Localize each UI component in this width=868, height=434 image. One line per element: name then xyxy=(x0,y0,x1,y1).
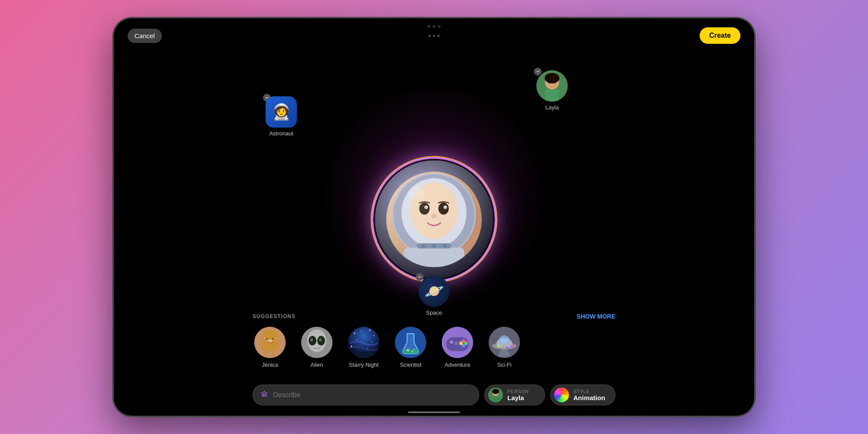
svg-point-37 xyxy=(374,335,375,336)
svg-point-24 xyxy=(266,338,268,340)
svg-point-61 xyxy=(497,345,500,348)
central-preview xyxy=(373,159,495,280)
style-chip-value: Animation xyxy=(573,394,605,401)
app-screen: Cancel Create xyxy=(114,18,754,416)
dot-3 xyxy=(437,35,440,37)
scientist-svg xyxy=(395,327,426,358)
astronaut-label: Astronaut xyxy=(269,130,293,137)
suggestions-row: Jenica xyxy=(253,327,615,368)
svg-point-20 xyxy=(554,82,556,84)
svg-point-45 xyxy=(407,349,409,352)
svg-point-36 xyxy=(369,330,371,331)
home-indicator xyxy=(408,411,460,413)
space-icon: 🪐 xyxy=(418,276,450,307)
person-chip-avatar-svg xyxy=(488,388,503,402)
svg-point-47 xyxy=(414,349,415,350)
jenica-label: Jenica xyxy=(262,362,278,368)
scientist-icon xyxy=(395,327,426,358)
suggestion-starry-night[interactable]: Starry Night xyxy=(346,327,381,368)
suggestion-scientist[interactable]: Scientist xyxy=(393,327,428,368)
svg-rect-51 xyxy=(451,340,453,344)
starry-night-icon xyxy=(348,327,379,358)
svg-point-41 xyxy=(367,348,368,349)
alien-avatar-svg xyxy=(301,327,332,358)
jenica-icon xyxy=(254,327,286,358)
scientist-label: Scientist xyxy=(400,362,421,368)
svg-point-69 xyxy=(492,389,499,394)
layla-label: Layla xyxy=(545,104,559,111)
adventure-icon xyxy=(442,327,473,358)
alien-icon xyxy=(301,327,332,358)
show-more-button[interactable]: SHOW MORE xyxy=(577,313,615,320)
describe-icon xyxy=(260,390,269,400)
style-chip-category: STYLE xyxy=(573,389,605,394)
top-bar: Cancel Create xyxy=(114,18,754,53)
svg-point-35 xyxy=(361,331,362,332)
adventure-svg xyxy=(442,327,473,358)
svg-rect-18 xyxy=(545,89,559,102)
dot-2 xyxy=(433,35,435,37)
suggestions-header: SUGGESTIONS SHOW MORE xyxy=(253,313,615,320)
floating-layla[interactable]: − xyxy=(536,70,568,111)
scifi-label: Sci-Fi xyxy=(497,362,511,368)
person-chip-avatar xyxy=(488,388,503,402)
floating-astronaut[interactable]: − 🧑‍🚀 Astronaut xyxy=(266,96,297,137)
svg-point-60 xyxy=(499,335,510,344)
dot-1 xyxy=(429,35,431,37)
svg-point-64 xyxy=(510,345,513,348)
suggestion-alien[interactable]: Alien xyxy=(299,327,334,368)
svg-point-30 xyxy=(310,338,313,342)
helmet-visor xyxy=(386,172,482,267)
suggestion-scifi[interactable]: Sci-Fi xyxy=(487,327,522,368)
svg-point-62 xyxy=(501,346,504,349)
scifi-svg xyxy=(489,327,520,358)
style-chip-text: STYLE Animation xyxy=(573,389,605,401)
svg-point-23 xyxy=(263,330,277,340)
style-chip[interactable]: STYLE Animation xyxy=(550,385,615,405)
floating-space[interactable]: − 🪐 Space xyxy=(418,276,450,316)
remove-layla-badge[interactable]: − xyxy=(534,68,542,76)
suggestion-jenica[interactable]: Jenica xyxy=(253,327,287,368)
layla-avatar-svg xyxy=(536,70,568,102)
describe-wrapper xyxy=(253,385,479,405)
suggestion-adventure[interactable]: Adventure xyxy=(440,327,475,368)
svg-point-31 xyxy=(319,338,322,342)
suggestions-section: SUGGESTIONS SHOW MORE xyxy=(114,313,754,368)
cancel-button[interactable]: Cancel xyxy=(128,29,162,43)
bottom-bar: PERSON Layla STYLE Animation xyxy=(114,385,754,405)
svg-point-39 xyxy=(356,339,357,340)
svg-point-19 xyxy=(549,82,551,84)
create-button[interactable]: Create xyxy=(700,27,740,44)
person-chip-text: PERSON Layla xyxy=(507,389,529,401)
svg-point-34 xyxy=(354,333,355,334)
layla-icon xyxy=(536,70,568,102)
style-chip-icon xyxy=(554,388,569,402)
person-chip[interactable]: PERSON Layla xyxy=(484,385,545,405)
svg-point-46 xyxy=(411,351,413,352)
svg-point-63 xyxy=(506,346,508,349)
svg-point-56 xyxy=(454,342,458,345)
astronaut-ring xyxy=(373,159,495,280)
describe-input[interactable] xyxy=(253,385,479,405)
starry-night-svg xyxy=(348,327,379,358)
starry-night-label: Starry Night xyxy=(349,362,379,368)
adventure-label: Adventure xyxy=(444,362,470,368)
alien-label: Alien xyxy=(311,362,323,368)
svg-point-25 xyxy=(272,338,274,340)
top-dots xyxy=(429,35,440,37)
scifi-icon xyxy=(489,327,520,358)
svg-point-38 xyxy=(372,342,372,342)
person-chip-value: Layla xyxy=(507,394,529,401)
suggestions-label: SUGGESTIONS xyxy=(253,313,296,319)
astronaut-icon: 🧑‍🚀 xyxy=(266,96,297,128)
remove-space-badge[interactable]: − xyxy=(416,273,424,281)
person-chip-category: PERSON xyxy=(507,389,529,394)
astronaut-face-preview xyxy=(386,172,482,267)
svg-point-55 xyxy=(459,342,463,345)
svg-point-16 xyxy=(545,73,559,83)
ipad-frame: Cancel Create xyxy=(113,17,755,417)
jenica-avatar-svg xyxy=(254,327,286,358)
svg-point-65 xyxy=(263,394,266,396)
